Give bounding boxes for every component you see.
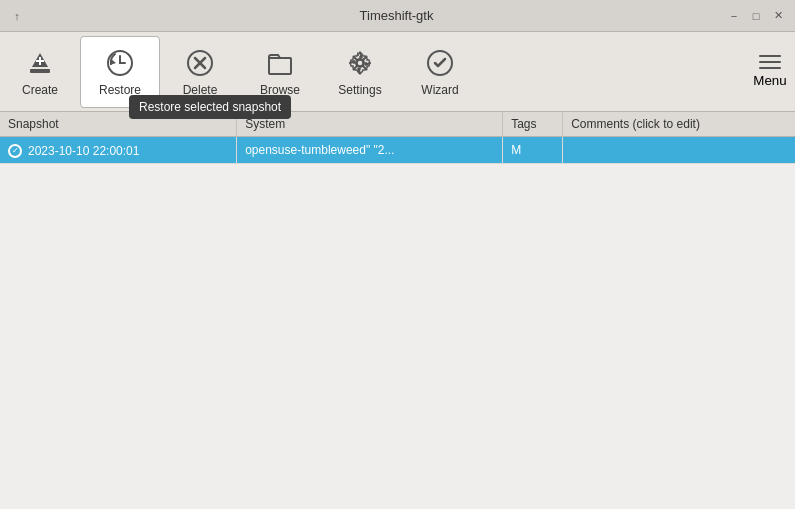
- browse-label: Browse: [260, 83, 300, 97]
- svg-rect-0: [30, 69, 50, 73]
- table-row[interactable]: ✓2023-10-10 22:00:01opensuse-tumbleweed"…: [0, 137, 795, 164]
- svg-rect-9: [269, 58, 291, 74]
- restore-icon: [104, 47, 136, 79]
- titlebar-up-button[interactable]: ↑: [8, 7, 26, 25]
- svg-point-11: [357, 60, 363, 66]
- col-snapshot[interactable]: Snapshot: [0, 112, 237, 137]
- titlebar-close-button[interactable]: ✕: [769, 7, 787, 25]
- titlebar-left-controls: ↑: [8, 7, 68, 25]
- wizard-button[interactable]: Wizard: [400, 36, 480, 108]
- cell-snapshot: ✓2023-10-10 22:00:01: [0, 137, 237, 164]
- row-check-icon: ✓: [8, 144, 22, 158]
- snapshot-table: Snapshot System Tags Comments (click to …: [0, 112, 795, 164]
- create-label: Create: [22, 83, 58, 97]
- settings-label: Settings: [338, 83, 381, 97]
- menu-label: Menu: [753, 73, 786, 88]
- col-system[interactable]: System: [237, 112, 503, 137]
- titlebar-title: Timeshift-gtk: [68, 8, 725, 23]
- table-header-row: Snapshot System Tags Comments (click to …: [0, 112, 795, 137]
- cell-system: opensuse-tumbleweed" "2...: [237, 137, 503, 164]
- delete-icon: [184, 47, 216, 79]
- cell-comments[interactable]: [563, 137, 795, 164]
- delete-button[interactable]: Delete: [160, 36, 240, 108]
- snapshot-table-container: Snapshot System Tags Comments (click to …: [0, 112, 795, 509]
- browse-button[interactable]: Browse: [240, 36, 320, 108]
- titlebar-maximize-button[interactable]: □: [747, 7, 765, 25]
- toolbar: Create Restore Restore selected snapshot…: [0, 32, 795, 112]
- settings-icon: [344, 47, 376, 79]
- create-button[interactable]: Create: [0, 36, 80, 108]
- col-tags[interactable]: Tags: [503, 112, 563, 137]
- svg-marker-5: [110, 59, 116, 65]
- cell-tags: M: [503, 137, 563, 164]
- wizard-label: Wizard: [421, 83, 458, 97]
- col-comments[interactable]: Comments (click to edit): [563, 112, 795, 137]
- wizard-icon: [424, 47, 456, 79]
- browse-icon: [264, 47, 296, 79]
- delete-label: Delete: [183, 83, 218, 97]
- restore-button[interactable]: Restore Restore selected snapshot: [80, 36, 160, 108]
- titlebar-right-controls: − □ ✕: [725, 7, 787, 25]
- titlebar-minimize-button[interactable]: −: [725, 7, 743, 25]
- menu-button[interactable]: Menu: [745, 36, 795, 108]
- titlebar: ↑ Timeshift-gtk − □ ✕: [0, 0, 795, 32]
- menu-icon: [759, 55, 781, 69]
- create-icon: [24, 47, 56, 79]
- settings-button[interactable]: Settings: [320, 36, 400, 108]
- restore-label: Restore: [99, 83, 141, 97]
